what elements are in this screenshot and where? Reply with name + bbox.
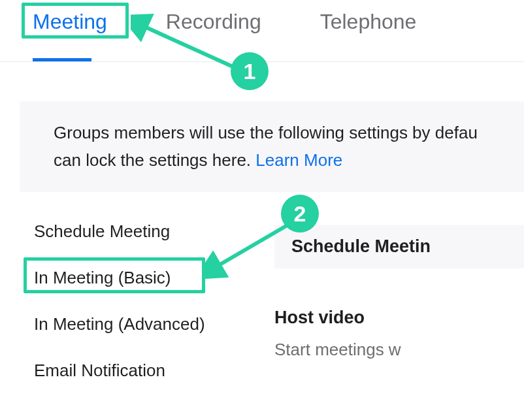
- tab-recording[interactable]: Recording: [166, 10, 261, 61]
- section-header-schedule-meeting: Schedule Meetin: [274, 225, 524, 268]
- content-area: Schedule Meeting In Meeting (Basic) In M…: [0, 221, 524, 381]
- tab-telephone[interactable]: Telephone: [320, 10, 417, 61]
- learn-more-link[interactable]: Learn More: [255, 150, 342, 170]
- sidebar-item-in-meeting-advanced[interactable]: In Meeting (Advanced): [34, 314, 274, 334]
- tab-meeting[interactable]: Meeting: [33, 10, 107, 61]
- setting-title-host-video: Host video: [274, 308, 524, 328]
- settings-detail: Schedule Meetin Host video Start meeting…: [274, 221, 524, 381]
- sidebar-item-in-meeting-basic[interactable]: In Meeting (Basic): [34, 268, 274, 288]
- settings-tabs: Meeting Recording Telephone: [0, 0, 524, 62]
- setting-desc-host-video: Start meetings w: [274, 340, 524, 360]
- sidebar-item-email-notification[interactable]: Email Notification: [34, 361, 274, 381]
- sidebar-item-schedule-meeting[interactable]: Schedule Meeting: [34, 221, 274, 242]
- banner-text-line1: Groups members will use the following se…: [54, 123, 478, 142]
- settings-sidebar: Schedule Meeting In Meeting (Basic) In M…: [0, 221, 274, 381]
- group-settings-banner: Groups members will use the following se…: [20, 101, 524, 192]
- banner-text-line2: can lock the settings here.: [54, 150, 255, 170]
